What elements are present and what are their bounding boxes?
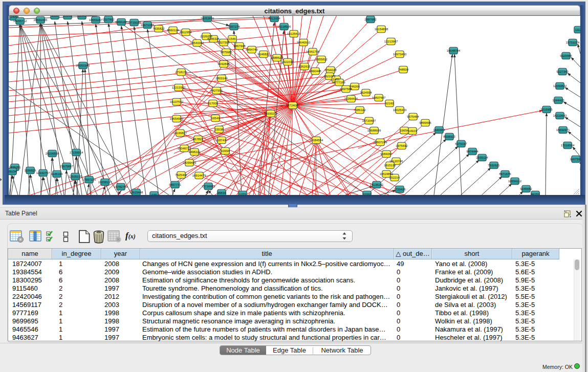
svg-text:19654: 19654 (400, 129, 409, 132)
svg-text:7357274: 7357274 (228, 25, 240, 28)
svg-text:10025433: 10025433 (393, 108, 407, 112)
svg-text:23975867: 23975867 (60, 165, 74, 168)
svg-text:12213382: 12213382 (172, 86, 186, 89)
svg-text:3875685: 3875685 (220, 51, 232, 54)
svg-text:1112: 1112 (575, 28, 580, 31)
svg-text:62160: 62160 (385, 102, 394, 105)
svg-text:9777169: 9777169 (333, 81, 345, 84)
svg-text:19384554: 19384554 (310, 139, 323, 142)
svg-text:18807249: 18807249 (374, 141, 387, 144)
svg-text:9498222: 9498222 (188, 150, 201, 154)
svg-text:15538: 15538 (215, 128, 224, 131)
svg-text:9245652: 9245652 (520, 187, 532, 190)
svg-text:10807487: 10807487 (372, 96, 386, 99)
svg-text:16053809: 16053809 (201, 17, 214, 20)
svg-text:2718176: 2718176 (175, 71, 187, 74)
svg-text:19218506: 19218506 (277, 25, 291, 28)
svg-text:7955812: 7955812 (315, 58, 328, 61)
svg-text:9806: 9806 (51, 16, 58, 17)
svg-text:15163: 15163 (63, 16, 72, 17)
svg-text:16648784: 16648784 (447, 49, 461, 52)
svg-text:10719185: 10719185 (127, 21, 141, 24)
svg-text:16524861: 16524861 (380, 172, 394, 176)
svg-text:19166827: 19166827 (173, 132, 187, 135)
svg-text:748500: 748500 (398, 68, 409, 71)
svg-text:9575464: 9575464 (407, 115, 419, 118)
svg-text:252214: 252214 (389, 176, 400, 179)
svg-text:16671385: 16671385 (141, 24, 155, 27)
svg-text:11641: 11641 (78, 16, 86, 17)
svg-text:39154: 39154 (9, 170, 17, 173)
svg-text:7635822: 7635822 (153, 27, 165, 30)
svg-text:8912954: 8912954 (180, 31, 192, 34)
svg-text:6466160: 6466160 (115, 20, 127, 24)
svg-text:20206558: 20206558 (46, 152, 59, 155)
svg-text:20053346: 20053346 (76, 64, 90, 67)
svg-text:7625402: 7625402 (175, 173, 187, 177)
svg-text:2405: 2405 (10, 16, 17, 18)
svg-text:10654112: 10654112 (508, 180, 522, 183)
svg-text:6794028: 6794028 (324, 69, 337, 72)
svg-text:2887682: 2887682 (364, 18, 377, 21)
svg-text:1733426: 1733426 (394, 188, 406, 191)
svg-text:8813054: 8813054 (268, 17, 280, 20)
svg-text:15751074: 15751074 (566, 41, 580, 44)
svg-text:1546: 1546 (229, 37, 236, 40)
svg-text:9327508: 9327508 (217, 41, 230, 44)
svg-text:9146821: 9146821 (257, 53, 270, 56)
svg-text:9227343: 9227343 (556, 70, 569, 73)
svg-text:3215955: 3215955 (540, 108, 553, 111)
svg-text:129: 129 (151, 193, 157, 195)
svg-text:9474444: 9474444 (466, 150, 478, 153)
svg-text:16914479: 16914479 (192, 174, 206, 177)
svg-text:1362615: 1362615 (298, 65, 311, 68)
svg-text:17957225: 17957225 (82, 178, 96, 181)
svg-text:9657771: 9657771 (169, 183, 181, 186)
svg-text:14136141: 14136141 (370, 183, 384, 186)
svg-text:16120746: 16120746 (389, 160, 403, 163)
svg-text:96834: 96834 (217, 191, 226, 194)
svg-text:1835051: 1835051 (9, 166, 21, 169)
svg-text:19654985: 19654985 (170, 117, 184, 120)
svg-text:8660124: 8660124 (167, 29, 179, 32)
svg-text:1156829: 1156829 (25, 169, 37, 172)
svg-text:2867608: 2867608 (233, 45, 246, 48)
svg-text:18640910: 18640910 (297, 41, 311, 44)
svg-text:8427552: 8427552 (210, 89, 223, 92)
svg-text:1527602: 1527602 (102, 18, 115, 21)
svg-text:16549: 16549 (211, 117, 220, 120)
svg-text:12213967: 12213967 (384, 40, 398, 43)
svg-text:2803144: 2803144 (215, 77, 228, 80)
svg-text:19358137: 19358137 (98, 181, 112, 184)
svg-text:13125419: 13125419 (287, 32, 301, 35)
svg-text:14923: 14923 (408, 129, 417, 133)
svg-text:1145194: 1145194 (51, 172, 63, 176)
svg-text:867833: 867833 (193, 138, 204, 141)
svg-text:12505135: 12505135 (69, 175, 82, 178)
svg-text:1167533: 1167533 (570, 158, 580, 161)
svg-text:9084067: 9084067 (380, 152, 393, 156)
svg-text:16107552: 16107552 (170, 100, 184, 103)
svg-text:7632621: 7632621 (488, 164, 500, 167)
svg-text:16961758: 16961758 (306, 50, 320, 53)
svg-text:15692971: 15692971 (556, 128, 570, 132)
svg-text:14099489: 14099489 (183, 161, 197, 164)
svg-text:1588520: 1588520 (271, 56, 283, 59)
svg-text:12923448: 12923448 (129, 191, 143, 194)
svg-text:10973493: 10973493 (393, 53, 407, 56)
svg-text:2935114: 2935114 (476, 156, 489, 159)
svg-text:12093822: 12093822 (553, 84, 567, 87)
svg-text:8471676: 8471676 (499, 172, 511, 176)
svg-text:10688609: 10688609 (367, 129, 381, 132)
svg-text:2226058: 2226058 (200, 35, 212, 38)
svg-text:17159914: 17159914 (70, 151, 83, 154)
svg-text:10392: 10392 (363, 193, 372, 195)
svg-text:8454749: 8454749 (246, 48, 258, 51)
svg-text:8938923: 8938923 (443, 135, 455, 138)
svg-text:16154838: 16154838 (375, 28, 388, 31)
svg-text:6990448: 6990448 (309, 70, 321, 73)
svg-text:17016504: 17016504 (561, 144, 575, 147)
svg-text:12342757: 12342757 (36, 171, 50, 174)
svg-text:7386322: 7386322 (354, 108, 366, 112)
svg-text:14055712: 14055712 (13, 19, 27, 23)
